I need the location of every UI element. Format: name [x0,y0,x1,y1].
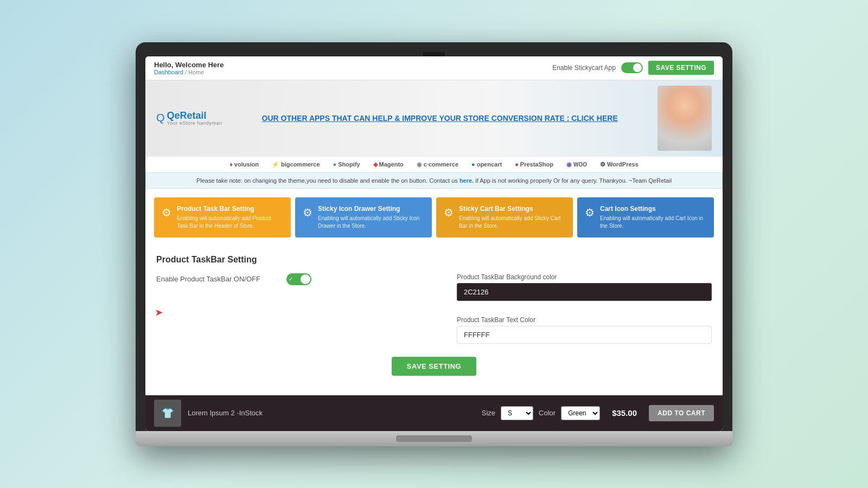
taskbar-card-content: Product Task Bar Setting Enabling will a… [177,205,283,230]
cart-icon-card-content: Cart Icon Settings Enabling will automat… [600,205,706,230]
drawer-card-desc: Enabling will automatically add Sticky I… [318,215,424,230]
save-setting-button[interactable]: SAVE SETTING [392,357,476,376]
floating-product-bar: 👕 Lorem Ipsum 2 -InStock Size S M L XL C… [145,395,723,431]
sticky-cart-card-content: Sticky Cart Bar Settings Enabling will a… [459,205,565,230]
product-controls: Size S M L XL Color Green Red Blue [482,406,600,420]
size-select[interactable]: S M L XL [501,406,533,420]
person-graphic [658,86,712,151]
bg-color-group: Product TaskBar Background color [457,273,712,301]
platform-woocommerce: ◉ WOO [566,161,587,168]
brand-logo: Q QeRetail Your eStore handyman [156,111,222,126]
platform-opencart: ● opencart [471,161,502,168]
logo-sub: Your eStore handyman [167,120,222,126]
notice-text2: if App is not working properly Or for an… [475,177,672,184]
text-color-group: Product TaskBar Text Color [457,316,712,344]
laptop-base [136,431,732,446]
product-price: $35.00 [612,408,637,418]
product-thumbnail: 👕 [154,400,181,427]
greeting-text: Hello, Welcome Here [154,61,224,69]
platform-wordpress: ⚙ WordPress [600,161,639,168]
banner-headline[interactable]: OUR OTHER APPS THAT CAN HELP & IMPROVE Y… [222,114,658,123]
add-to-cart-button[interactable]: ADD TO CART [649,405,714,421]
laptop-screen: Hello, Welcome Here Dashboard / Home Ena… [145,56,723,431]
header-right: Enable Stickycart App SAVE SETTING [552,61,714,75]
logo-text: QeRetail [167,111,222,120]
laptop-camera [423,52,445,56]
taskbar-toggle-wrapper: ✓ [286,273,311,285]
platform-shopify: ● Shopify [333,161,360,168]
header-left: Hello, Welcome Here Dashboard / Home [154,61,224,75]
tooltip-arrow: ➤ [155,307,162,317]
bg-color-input[interactable] [457,283,712,301]
header-save-button[interactable]: SAVE SETTING [648,61,714,75]
breadcrumb-dashboard[interactable]: Dashboard [154,69,183,75]
platform-commerce: ◉ c·commerce [417,161,458,168]
notice-text: Please take note: on changing the theme,… [196,177,458,184]
enable-taskbar-label: Enable Product TaskBar ON/OFF [156,275,265,283]
text-color-input[interactable] [457,326,712,344]
drawer-card-content: Sticky Icon Drawer Setting Enabling will… [318,205,424,230]
notice-bar: Please take note: on changing the theme,… [145,172,723,189]
right-panel: Product TaskBar Background color Product… [457,273,712,351]
feature-card-taskbar[interactable]: ⚙ Product Task Bar Setting Enabling will… [154,197,291,237]
taskbar-toggle[interactable]: ✓ [286,273,311,285]
platforms-row: ♦ volusion ⚡ bigcommerce ● Shopify ◆ Mag… [145,156,723,172]
breadcrumb: Dashboard / Home [154,69,224,75]
product-name: Lorem Ipsum 2 -InStock [188,409,475,417]
banner-section: Q QeRetail Your eStore handyman OUR OTHE… [145,80,723,156]
platform-prestashop: ● PrestaShop [515,161,553,168]
text-color-label: Product TaskBar Text Color [457,316,712,324]
app-header: Hello, Welcome Here Dashboard / Home Ena… [145,56,723,80]
left-panel: Enable Product TaskBar ON/OFF ✓ [156,273,311,285]
size-label: Size [482,409,495,417]
enable-stickycart-label: Enable Stickycart App [552,64,616,72]
banner-image [658,86,712,151]
color-label: Color [539,409,556,417]
platform-volusion: ♦ volusion [229,161,259,168]
sticky-cart-card-desc: Enabling will automatically add Sticky C… [459,215,565,230]
save-btn-wrapper: SAVE SETTING [156,351,712,387]
settings-section: Product TaskBar Setting Floating bar on … [145,246,723,395]
cart-icon-card-desc: Enabling will automatically add Cart Ico… [600,215,706,230]
feature-card-sticky-drawer[interactable]: ⚙ Sticky Icon Drawer Setting Enabling wi… [295,197,432,237]
settings-wrapper: Floating bar on every product page on sc… [156,273,712,351]
main-settings-row: Enable Product TaskBar ON/OFF ✓ Product … [156,273,712,351]
color-select[interactable]: Green Red Blue [561,406,600,420]
enable-stickycart-toggle[interactable] [621,62,643,73]
taskbar-card-desc: Enabling will automatically add Product … [177,215,283,230]
breadcrumb-separator: / [185,69,187,75]
tshirt-icon: 👕 [162,407,174,419]
feature-card-cart-icon[interactable]: ⚙ Cart Icon Settings Enabling will autom… [577,197,714,237]
greeting-hello: Hello, [154,61,173,69]
drawer-card-icon: ⚙ [303,206,312,219]
greeting-welcome: Welcome Here [175,61,224,69]
section-title: Product TaskBar Setting [156,255,712,265]
feature-card-sticky-cart[interactable]: ⚙ Sticky Cart Bar Settings Enabling will… [436,197,573,237]
breadcrumb-home[interactable]: Home [188,69,204,75]
bg-color-label: Product TaskBar Background color [457,273,712,281]
sticky-cart-card-icon: ⚙ [444,206,454,219]
platform-bigcommerce: ⚡ bigcommerce [272,161,320,168]
cart-icon-card-title: Cart Icon Settings [600,205,706,213]
notice-link[interactable]: here. [459,177,474,184]
cart-icon-card-icon: ⚙ [585,206,595,219]
laptop-frame: Hello, Welcome Here Dashboard / Home Ena… [136,42,732,446]
taskbar-card-icon: ⚙ [162,206,171,219]
platform-magento: ◆ Magento [373,161,404,168]
sticky-cart-card-title: Sticky Cart Bar Settings [459,205,565,213]
drawer-card-title: Sticky Icon Drawer Setting [318,205,424,213]
feature-cards-grid: ⚙ Product Task Bar Setting Enabling will… [145,189,723,246]
taskbar-card-title: Product Task Bar Setting [177,205,283,213]
